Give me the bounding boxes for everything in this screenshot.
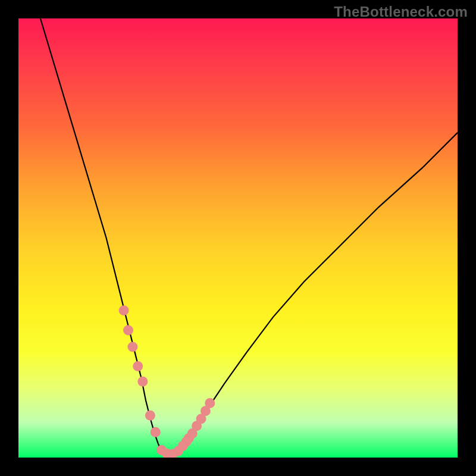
chart-svg xyxy=(18,18,458,458)
plot-area xyxy=(18,18,458,458)
marker-dot xyxy=(127,342,137,352)
marker-dot xyxy=(133,361,143,371)
marker-dot xyxy=(137,377,148,387)
marker-points xyxy=(119,305,215,458)
marker-dot xyxy=(119,305,129,315)
watermark-text: TheBottleneck.com xyxy=(334,4,468,20)
bottleneck-curve xyxy=(40,18,458,455)
marker-dot xyxy=(205,398,215,408)
marker-dot xyxy=(151,427,161,437)
marker-dot xyxy=(145,411,155,421)
curve-path xyxy=(40,18,458,455)
chart-frame: TheBottleneck.com xyxy=(0,0,476,476)
marker-dot xyxy=(123,325,133,335)
